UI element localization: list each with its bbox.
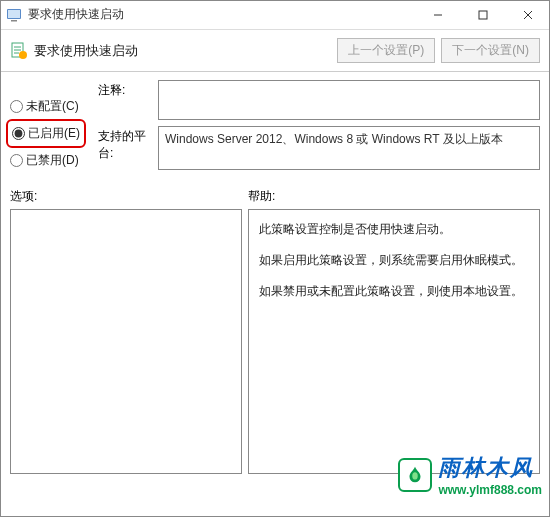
platform-label: 支持的平台:	[98, 126, 158, 162]
watermark: 雨林木风 www.ylmf888.com	[398, 453, 542, 497]
svg-rect-2	[11, 20, 17, 22]
help-panel: 此策略设置控制是否使用快速启动。 如果启用此策略设置，则系统需要启用休眠模式。 …	[248, 209, 540, 474]
options-panel	[10, 209, 242, 474]
watermark-icon	[398, 458, 432, 492]
radio-enabled-label: 已启用(E)	[28, 125, 80, 142]
window-title: 要求使用快速启动	[28, 6, 415, 23]
app-icon	[6, 7, 22, 23]
help-line-3: 如果禁用或未配置此策略设置，则使用本地设置。	[259, 282, 529, 301]
comment-label: 注释:	[98, 80, 158, 99]
help-label: 帮助:	[248, 188, 275, 205]
maximize-button[interactable]	[460, 0, 505, 29]
platform-box: Windows Server 2012、Windows 8 或 Windows …	[158, 126, 540, 170]
svg-point-9	[413, 472, 419, 479]
options-label: 选项:	[10, 188, 248, 205]
prev-setting-button[interactable]: 上一个设置(P)	[337, 38, 435, 63]
svg-rect-1	[8, 10, 20, 18]
watermark-url: www.ylmf888.com	[438, 483, 542, 497]
svg-point-8	[19, 51, 27, 59]
policy-title: 要求使用快速启动	[34, 42, 331, 60]
help-line-2: 如果启用此策略设置，则系统需要启用休眠模式。	[259, 251, 529, 270]
minimize-button[interactable]	[415, 0, 460, 29]
radio-not-configured-input[interactable]	[10, 100, 23, 113]
svg-rect-4	[479, 11, 487, 19]
radio-not-configured-label: 未配置(C)	[26, 98, 79, 115]
radio-enabled-input[interactable]	[12, 127, 25, 140]
radio-enabled[interactable]: 已启用(E)	[10, 123, 82, 144]
radio-not-configured[interactable]: 未配置(C)	[10, 98, 98, 115]
close-button[interactable]	[505, 0, 550, 29]
watermark-cn: 雨林木风	[438, 453, 542, 483]
comment-input[interactable]	[158, 80, 540, 120]
policy-icon	[10, 42, 28, 60]
radio-disabled-label: 已禁用(D)	[26, 152, 79, 169]
help-line-1: 此策略设置控制是否使用快速启动。	[259, 220, 529, 239]
radio-disabled-input[interactable]	[10, 154, 23, 167]
platform-text: Windows Server 2012、Windows 8 或 Windows …	[165, 132, 503, 146]
next-setting-button[interactable]: 下一个设置(N)	[441, 38, 540, 63]
radio-disabled[interactable]: 已禁用(D)	[10, 152, 98, 169]
